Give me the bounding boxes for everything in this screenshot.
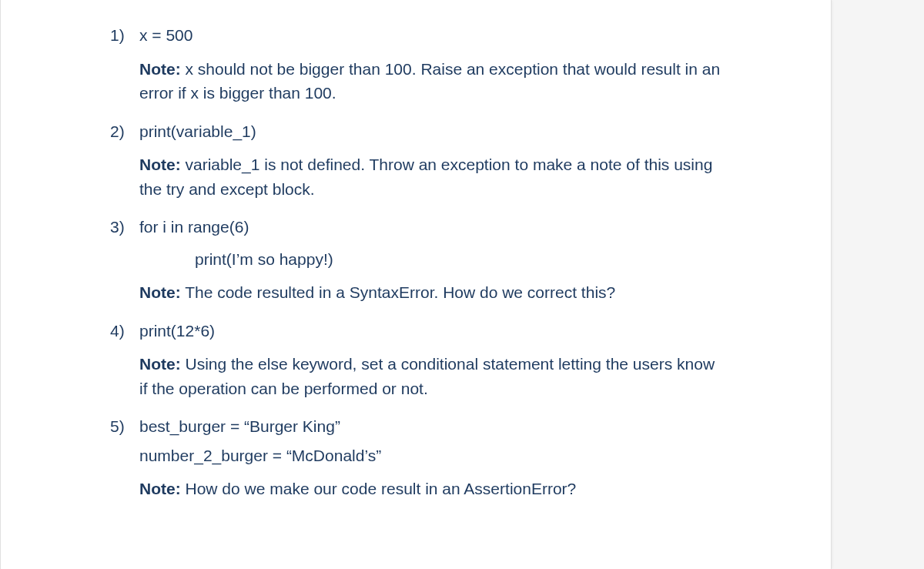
list-item: 5) best_burger = “Burger King” number_2_…: [110, 414, 723, 501]
note-label: Note:: [139, 283, 181, 301]
item-number: 2): [110, 119, 139, 144]
list-item: 3) for i in range(6) print(I’m so happy!…: [110, 215, 723, 305]
note-label: Note:: [139, 156, 181, 173]
item-header: 1) x = 500: [110, 23, 723, 48]
note-text: How do we make our code result in an Ass…: [181, 480, 577, 497]
item-code: print(variable_1): [139, 119, 256, 144]
item-number: 5): [110, 414, 139, 439]
item-note: Note: Using the else keyword, set a cond…: [110, 352, 723, 400]
content-area: 1) x = 500 Note: x should not be bigger …: [1, 23, 831, 501]
note-text: Using the else keyword, set a conditiona…: [139, 355, 715, 397]
item-header: 2) print(variable_1): [110, 119, 723, 144]
note-text: variable_1 is not defined. Throw an exce…: [139, 156, 712, 198]
list-item: 4) print(12*6) Note: Using the else keyw…: [110, 319, 723, 401]
note-text: x should not be bigger than 100. Raise a…: [139, 60, 720, 102]
item-code: for i in range(6): [139, 215, 249, 239]
item-number: 4): [110, 319, 139, 343]
item-code: best_burger = “Burger King”: [139, 414, 340, 439]
item-subline: number_2_burger = “McDonald’s”: [110, 443, 723, 468]
item-number: 1): [110, 23, 139, 48]
note-label: Note:: [139, 480, 181, 497]
note-text: The code resulted in a SyntaxError. How …: [181, 283, 616, 301]
item-note: Note: How do we make our code result in …: [110, 477, 723, 501]
page-container: 1) x = 500 Note: x should not be bigger …: [0, 0, 832, 569]
item-indented-code: print(I’m so happy!): [110, 247, 723, 272]
item-note: Note: x should not be bigger than 100. R…: [110, 57, 723, 105]
list-item: 1) x = 500 Note: x should not be bigger …: [110, 23, 723, 105]
note-label: Note:: [139, 60, 181, 78]
list-item: 2) print(variable_1) Note: variable_1 is…: [110, 119, 723, 202]
item-code: print(12*6): [139, 319, 215, 343]
item-code: x = 500: [139, 23, 192, 48]
note-label: Note:: [139, 355, 181, 373]
item-header: 4) print(12*6): [110, 319, 723, 343]
item-number: 3): [110, 215, 139, 239]
item-note: Note: variable_1 is not defined. Throw a…: [110, 152, 723, 201]
item-header: 5) best_burger = “Burger King”: [110, 414, 723, 439]
item-header: 3) for i in range(6): [110, 215, 723, 239]
item-note: Note: The code resulted in a SyntaxError…: [110, 280, 723, 305]
